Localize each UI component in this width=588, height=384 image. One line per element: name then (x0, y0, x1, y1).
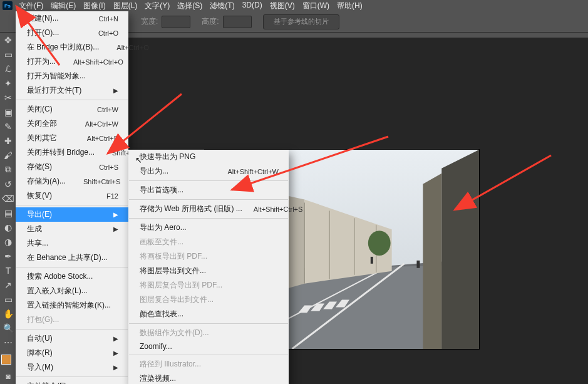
menu-item-shortcut: Shift+Ctrl+S (83, 178, 120, 185)
file-menu-item[interactable]: 置入链接的智能对象(K)... (16, 298, 128, 313)
menu-separator (129, 355, 288, 355)
width-input[interactable] (162, 16, 190, 28)
menu-item-shortcut: Alt+Shift+Ctrl+S (254, 205, 303, 213)
tool-brush[interactable]: 🖌 (0, 148, 16, 162)
menu-视图(V)[interactable]: 视图(V) (266, 0, 299, 13)
menu-item-label: 渲染视频... (140, 373, 279, 384)
tool-type[interactable]: T (0, 263, 16, 278)
height-input[interactable] (223, 16, 252, 28)
menu-窗口(W)[interactable]: 窗口(W) (299, 0, 333, 13)
menu-item-label: 关闭其它 (27, 133, 70, 143)
menu-separator (16, 267, 128, 267)
menu-separator (16, 205, 128, 205)
tool-heal[interactable]: ✚ (0, 133, 16, 148)
tool-marquee[interactable]: ▭ (0, 47, 16, 61)
export-menu-item[interactable]: 快速导出为 PNG (128, 150, 289, 164)
app-logo: Ps (3, 1, 13, 10)
menu-图像(I)[interactable]: 图像(I) (80, 0, 109, 13)
file-menu-item[interactable]: 生成▶ (16, 222, 128, 236)
tool-eraser[interactable]: ⌫ (0, 191, 16, 205)
menu-separator (129, 218, 288, 219)
menu-编辑(E)[interactable]: 编辑(E) (47, 0, 80, 13)
tool-blur[interactable]: ◐ (0, 220, 16, 234)
tool-frame[interactable]: ▣ (0, 105, 16, 119)
height-label: 高度: (202, 16, 219, 27)
tool-pen[interactable]: ✒ (0, 249, 16, 263)
export-menu-item[interactable]: 导出为...Alt+Shift+Ctrl+W (128, 164, 289, 179)
tool-rectangle[interactable]: ▭ (0, 292, 16, 306)
export-menu-item[interactable]: 将图层导出到文件... (128, 264, 289, 278)
file-menu-item[interactable]: 在 Bridge 中浏览(B)...Alt+Ctrl+O (16, 40, 128, 54)
menu-separator (16, 100, 128, 100)
tool-lasso[interactable]: ℒ (0, 61, 16, 76)
file-menu-item[interactable]: 新建(N)...Ctrl+N (16, 11, 128, 26)
tool-dodge[interactable]: ◑ (0, 234, 16, 249)
menu-文字(Y)[interactable]: 文字(Y) (141, 0, 173, 13)
tool-move[interactable]: ✥ (0, 33, 16, 47)
svg-marker-5 (441, 150, 479, 349)
file-menu-item[interactable]: 文件简介(F)...Alt+Shift+Ctrl+I (16, 379, 128, 384)
file-menu-item[interactable]: 关闭并转到 Bridge...Shift+Ctrl+W (16, 145, 128, 160)
export-menu-item[interactable]: 导出为 Aero... (128, 221, 289, 235)
menu-item-label: Zoomify... (140, 342, 279, 351)
file-menu-item[interactable]: 搜索 Adobe Stock... (16, 269, 128, 284)
tool-eyedropper[interactable]: ✎ (0, 119, 16, 133)
menu-文件(F)[interactable]: 文件(F) (15, 0, 47, 13)
file-menu-item[interactable]: 恢复(V)F12 (16, 189, 128, 203)
slice-from-guides-button[interactable]: 基于参考线的切片 (263, 14, 339, 29)
menu-item-label: 导出为... (140, 166, 216, 177)
file-menu-item[interactable]: 打开(O)...Ctrl+O (16, 26, 128, 40)
file-menu-item[interactable]: 导出(E)▶ (16, 207, 128, 222)
file-menu-item[interactable]: 存储为(A)...Shift+Ctrl+S (16, 174, 128, 189)
svg-rect-22 (371, 257, 373, 264)
tools-panel: ✥▭ℒ✦✂▣✎✚🖌⧉↺⌫▤◐◑✒T↗▭✋🔍⋯◙ (0, 33, 16, 383)
menu-item-label: 将图层导出到文件... (140, 266, 279, 276)
tool-path[interactable]: ↗ (0, 278, 16, 292)
tool-history[interactable]: ↺ (0, 177, 16, 191)
menu-item-label: 数据组作为文件(D)... (140, 328, 279, 338)
menu-item-label: 共享... (27, 238, 118, 249)
file-menu-item[interactable]: 共享... (16, 236, 128, 251)
menu-item-label: 将画板导出到 PDF... (140, 251, 279, 262)
file-menu-item[interactable]: 打开为...Alt+Shift+Ctrl+O (16, 54, 128, 69)
file-menu-item[interactable]: 自动(U)▶ (16, 331, 128, 346)
tool-wand[interactable]: ✦ (0, 76, 16, 90)
export-submenu[interactable]: 快速导出为 PNG导出为...Alt+Shift+Ctrl+W导出首选项...存… (128, 150, 289, 384)
file-menu-item[interactable]: 存储(S)Ctrl+S (16, 160, 128, 174)
file-menu-item[interactable]: 脚本(R)▶ (16, 346, 128, 360)
tool-crop[interactable]: ✂ (0, 90, 16, 105)
tool-zoom[interactable]: 🔍 (0, 321, 16, 335)
menu-item-label: 在 Bridge 中浏览(B)... (27, 42, 99, 53)
file-menu-item[interactable]: 关闭(C)Ctrl+W (16, 102, 128, 117)
menu-separator (129, 323, 288, 324)
file-menu[interactable]: 新建(N)...Ctrl+N打开(O)...Ctrl+O在 Bridge 中浏览… (16, 11, 128, 384)
tool-stamp[interactable]: ⧉ (0, 162, 16, 177)
menu-bar: Ps 文件(F)编辑(E)图像(I)图层(L)文字(Y)选择(S)滤镜(T)3D… (0, 0, 588, 11)
svg-rect-23 (416, 261, 420, 268)
tool-more[interactable]: ⋯ (0, 335, 16, 350)
tool-hand[interactable]: ✋ (0, 306, 16, 321)
quick-mask-icon[interactable]: ◙ (0, 370, 16, 383)
export-menu-item[interactable]: 渲染视频... (128, 371, 289, 384)
file-menu-item[interactable]: 关闭其它Alt+Ctrl+P (16, 131, 128, 145)
file-menu-item[interactable]: 打开为智能对象... (16, 69, 128, 83)
menu-帮助(H)[interactable]: 帮助(H) (333, 0, 366, 13)
menu-3D(D)[interactable]: 3D(D) (239, 0, 266, 13)
file-menu-item[interactable]: 置入嵌入对象(L)... (16, 284, 128, 298)
menu-item-shortcut: Alt+Ctrl+O (116, 44, 148, 51)
export-menu-item[interactable]: 导出首选项... (128, 183, 289, 197)
file-menu-item[interactable]: 最近打开文件(T)▶ (16, 83, 128, 98)
color-swatches[interactable] (0, 353, 16, 370)
submenu-arrow-icon: ▶ (113, 211, 118, 218)
file-menu-item[interactable]: 导入(M)▶ (16, 360, 128, 375)
file-menu-item[interactable]: 关闭全部Alt+Ctrl+W (16, 117, 128, 131)
export-menu-item: 将画板导出到 PDF... (128, 249, 289, 264)
export-menu-item[interactable]: Zoomify... (128, 340, 289, 353)
file-menu-item[interactable]: 在 Behance 上共享(D)... (16, 251, 128, 265)
menu-图层(L)[interactable]: 图层(L) (110, 0, 142, 13)
menu-滤镜(T)[interactable]: 滤镜(T) (206, 0, 238, 13)
menu-选择(S)[interactable]: 选择(S) (173, 0, 206, 13)
tool-gradient[interactable]: ▤ (0, 205, 16, 220)
export-menu-item[interactable]: 颜色查找表... (128, 307, 289, 321)
export-menu-item[interactable]: 存储为 Web 所用格式 (旧版) ...Alt+Shift+Ctrl+S (128, 202, 289, 216)
